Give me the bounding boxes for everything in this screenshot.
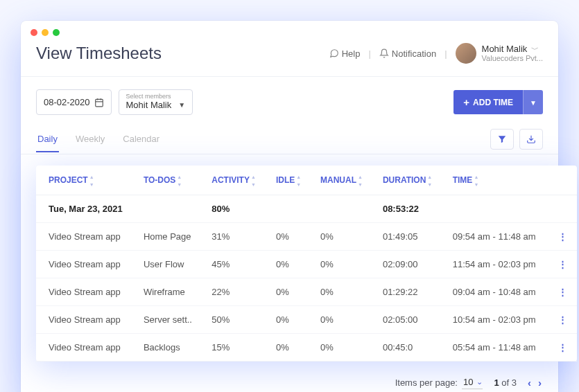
- member-field-label: Select members: [126, 93, 186, 100]
- cell-project: Video Stream app: [36, 334, 135, 362]
- tab-calendar[interactable]: Calendar: [121, 127, 161, 152]
- row-menu-button[interactable]: ⋮: [548, 306, 577, 334]
- row-menu-button[interactable]: ⋮: [548, 278, 577, 306]
- summary-date: Tue, Mar 23, 2021: [36, 195, 135, 223]
- user-menu[interactable]: Mohit Malik ﹀ Valuecoders Pvt...: [456, 43, 543, 64]
- cell-time: 09:04 am - 10:48 am: [444, 278, 548, 306]
- cell-activity: 22%: [203, 278, 268, 306]
- cell-idle: 0%: [268, 278, 312, 306]
- cell-duration: 02:09:00: [374, 251, 444, 278]
- cell-duration: 00:45:0: [374, 334, 444, 362]
- timesheet-table-card: PROJECT TO-DOS ACTIVITY IDLE MANUAL DURA…: [36, 166, 577, 362]
- add-time-button[interactable]: + ADD TIME: [453, 90, 523, 114]
- bell-icon: [379, 48, 389, 58]
- calendar-icon: [94, 98, 104, 107]
- help-link[interactable]: Help: [329, 48, 361, 59]
- date-picker[interactable]: 08-02-2020: [36, 89, 112, 115]
- top-right-controls: Help | Notification | Mohit Malik ﹀ Valu…: [329, 43, 543, 64]
- help-label: Help: [342, 48, 361, 59]
- download-icon: [526, 134, 536, 144]
- maximize-window-icon[interactable]: [53, 29, 60, 36]
- notification-label: Notification: [392, 48, 436, 59]
- notification-link[interactable]: Notification: [379, 48, 436, 59]
- row-menu-button[interactable]: ⋮: [548, 223, 577, 251]
- cell-project: Video Stream app: [36, 223, 135, 251]
- user-name: Mohit Malik ﹀: [482, 44, 543, 54]
- table-row: Video Stream app Server sett.. 50% 0% 0%…: [36, 306, 577, 334]
- caret-down-icon: ▼: [530, 99, 537, 107]
- tab-weekly[interactable]: Weekly: [74, 127, 106, 152]
- col-idle[interactable]: IDLE: [268, 166, 312, 195]
- download-button[interactable]: [519, 129, 543, 150]
- summary-duration: 08:53:22: [374, 195, 444, 223]
- chevron-down-icon: ﹀: [531, 45, 539, 53]
- sort-icon: [251, 177, 257, 184]
- cell-activity: 45%: [203, 251, 268, 278]
- table-row: Video Stream app User Flow 45% 0% 0% 02:…: [36, 251, 577, 278]
- row-menu-button[interactable]: ⋮: [548, 251, 577, 278]
- window-traffic-lights: [21, 21, 558, 40]
- member-value: Mohit Malik: [126, 100, 172, 110]
- sort-icon: [474, 177, 479, 184]
- table-row: Video Stream app Wireframe 22% 0% 0% 01:…: [36, 278, 577, 306]
- caret-down-icon: ▼: [178, 101, 185, 109]
- cell-manual: 0%: [312, 306, 374, 334]
- close-window-icon[interactable]: [31, 29, 37, 36]
- minimize-window-icon[interactable]: [42, 29, 49, 36]
- filter-left: 08-02-2020 Select members Mohit Malik ▼: [36, 89, 193, 115]
- page-title: View Timesheets: [36, 44, 162, 63]
- cell-todo: Wireframe: [135, 278, 203, 306]
- tab-daily[interactable]: Daily: [36, 127, 59, 152]
- col-time[interactable]: TIME: [444, 166, 548, 195]
- cell-idle: 0%: [268, 334, 312, 362]
- items-per-page: Items per page: 10 ⌄: [395, 375, 483, 389]
- table-row: Video Stream app Home Page 31% 0% 0% 01:…: [36, 223, 577, 251]
- svg-rect-0: [95, 99, 103, 107]
- filter-bar: 08-02-2020 Select members Mohit Malik ▼ …: [21, 76, 558, 125]
- filter-button[interactable]: [490, 129, 514, 150]
- cell-activity: 15%: [203, 334, 268, 362]
- next-page-button[interactable]: ›: [538, 377, 542, 389]
- timesheet-table: PROJECT TO-DOS ACTIVITY IDLE MANUAL DURA…: [36, 166, 577, 362]
- cell-time: 09:54 am - 11:48 am: [444, 223, 548, 251]
- prev-page-button[interactable]: ‹: [528, 377, 531, 389]
- col-duration[interactable]: DURATION: [374, 166, 444, 195]
- cell-manual: 0%: [312, 278, 374, 306]
- cell-time: 05:54 am - 11:48 am: [444, 334, 548, 362]
- user-info: Mohit Malik ﹀ Valuecoders Pvt...: [482, 44, 543, 62]
- col-todos[interactable]: TO-DOS: [135, 166, 203, 195]
- cell-todo: Server sett..: [135, 306, 203, 334]
- separator: |: [444, 48, 447, 59]
- chevron-down-icon: ⌄: [476, 377, 483, 386]
- col-manual[interactable]: MANUAL: [312, 166, 374, 195]
- cell-time: 10:54 am - 02:03 pm: [444, 306, 548, 334]
- add-time-group: + ADD TIME ▼: [453, 90, 543, 114]
- sort-icon: [427, 177, 433, 184]
- add-time-dropdown[interactable]: ▼: [523, 90, 543, 114]
- view-tabs: Daily Weekly Calendar: [36, 127, 161, 152]
- member-select[interactable]: Select members Mohit Malik ▼: [119, 89, 193, 115]
- table-header-row: PROJECT TO-DOS ACTIVITY IDLE MANUAL DURA…: [36, 166, 577, 195]
- table-row: Video Stream app Backlogs 15% 0% 0% 00:4…: [36, 334, 577, 362]
- cell-idle: 0%: [268, 251, 312, 278]
- pagination-bar: Items per page: 10 ⌄ 1 of 3 ‹ ›: [21, 362, 558, 392]
- ipp-label: Items per page:: [395, 377, 458, 388]
- sort-icon: [296, 177, 302, 184]
- cell-activity: 50%: [203, 306, 268, 334]
- col-activity[interactable]: ACTIVITY: [203, 166, 268, 195]
- app-window: View Timesheets Help | Notification | Mo…: [21, 21, 558, 392]
- row-menu-button[interactable]: ⋮: [548, 334, 577, 362]
- user-company: Valuecoders Pvt...: [482, 54, 543, 62]
- cell-manual: 0%: [312, 223, 374, 251]
- ipp-select[interactable]: 10 ⌄: [462, 375, 483, 389]
- col-project[interactable]: PROJECT: [36, 166, 135, 195]
- separator: |: [368, 48, 370, 59]
- cell-idle: 0%: [268, 223, 312, 251]
- cell-project: Video Stream app: [36, 251, 135, 278]
- cell-duration: 02:05:00: [374, 306, 444, 334]
- sort-icon: [358, 177, 363, 184]
- cell-duration: 01:49:05: [374, 223, 444, 251]
- page-count: 1 of 3: [494, 377, 517, 388]
- chat-icon: [329, 48, 339, 58]
- cell-todo: Backlogs: [135, 334, 203, 362]
